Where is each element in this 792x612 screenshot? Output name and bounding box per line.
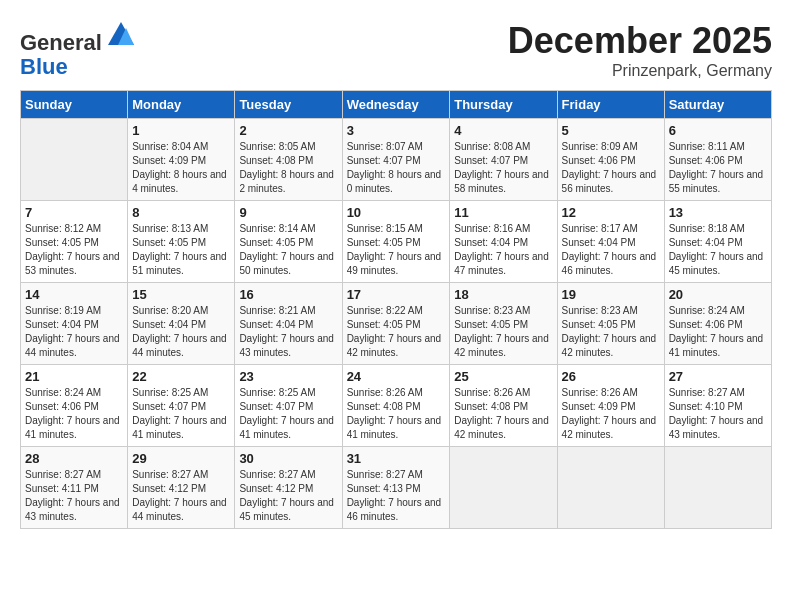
day-number: 14 (25, 287, 123, 302)
logo: General Blue (20, 20, 136, 79)
day-number: 21 (25, 369, 123, 384)
calendar-cell: 11Sunrise: 8:16 AMSunset: 4:04 PMDayligh… (450, 201, 557, 283)
day-info: Sunrise: 8:26 AMSunset: 4:08 PMDaylight:… (454, 386, 552, 442)
day-number: 30 (239, 451, 337, 466)
day-info: Sunrise: 8:23 AMSunset: 4:05 PMDaylight:… (562, 304, 660, 360)
day-number: 22 (132, 369, 230, 384)
day-number: 17 (347, 287, 446, 302)
calendar-cell: 3Sunrise: 8:07 AMSunset: 4:07 PMDaylight… (342, 119, 450, 201)
day-number: 3 (347, 123, 446, 138)
column-header-wednesday: Wednesday (342, 91, 450, 119)
day-number: 29 (132, 451, 230, 466)
day-info: Sunrise: 8:05 AMSunset: 4:08 PMDaylight:… (239, 140, 337, 196)
calendar-cell: 12Sunrise: 8:17 AMSunset: 4:04 PMDayligh… (557, 201, 664, 283)
column-header-tuesday: Tuesday (235, 91, 342, 119)
day-info: Sunrise: 8:13 AMSunset: 4:05 PMDaylight:… (132, 222, 230, 278)
day-number: 2 (239, 123, 337, 138)
calendar-table: SundayMondayTuesdayWednesdayThursdayFrid… (20, 90, 772, 529)
column-header-sunday: Sunday (21, 91, 128, 119)
day-info: Sunrise: 8:27 AMSunset: 4:13 PMDaylight:… (347, 468, 446, 524)
day-info: Sunrise: 8:24 AMSunset: 4:06 PMDaylight:… (25, 386, 123, 442)
calendar-cell: 1Sunrise: 8:04 AMSunset: 4:09 PMDaylight… (128, 119, 235, 201)
day-info: Sunrise: 8:14 AMSunset: 4:05 PMDaylight:… (239, 222, 337, 278)
calendar-header-row: SundayMondayTuesdayWednesdayThursdayFrid… (21, 91, 772, 119)
title-block: December 2025 Prinzenpark, Germany (508, 20, 772, 80)
column-header-monday: Monday (128, 91, 235, 119)
calendar-week-row: 7Sunrise: 8:12 AMSunset: 4:05 PMDaylight… (21, 201, 772, 283)
day-info: Sunrise: 8:27 AMSunset: 4:11 PMDaylight:… (25, 468, 123, 524)
day-info: Sunrise: 8:20 AMSunset: 4:04 PMDaylight:… (132, 304, 230, 360)
calendar-cell: 24Sunrise: 8:26 AMSunset: 4:08 PMDayligh… (342, 365, 450, 447)
calendar-cell: 20Sunrise: 8:24 AMSunset: 4:06 PMDayligh… (664, 283, 771, 365)
day-info: Sunrise: 8:26 AMSunset: 4:09 PMDaylight:… (562, 386, 660, 442)
day-number: 18 (454, 287, 552, 302)
day-info: Sunrise: 8:26 AMSunset: 4:08 PMDaylight:… (347, 386, 446, 442)
day-info: Sunrise: 8:04 AMSunset: 4:09 PMDaylight:… (132, 140, 230, 196)
calendar-cell: 10Sunrise: 8:15 AMSunset: 4:05 PMDayligh… (342, 201, 450, 283)
day-number: 13 (669, 205, 767, 220)
day-info: Sunrise: 8:27 AMSunset: 4:12 PMDaylight:… (132, 468, 230, 524)
calendar-cell: 8Sunrise: 8:13 AMSunset: 4:05 PMDaylight… (128, 201, 235, 283)
day-number: 23 (239, 369, 337, 384)
day-number: 27 (669, 369, 767, 384)
calendar-cell: 14Sunrise: 8:19 AMSunset: 4:04 PMDayligh… (21, 283, 128, 365)
calendar-week-row: 28Sunrise: 8:27 AMSunset: 4:11 PMDayligh… (21, 447, 772, 529)
calendar-cell: 9Sunrise: 8:14 AMSunset: 4:05 PMDaylight… (235, 201, 342, 283)
column-header-saturday: Saturday (664, 91, 771, 119)
day-number: 6 (669, 123, 767, 138)
day-info: Sunrise: 8:11 AMSunset: 4:06 PMDaylight:… (669, 140, 767, 196)
calendar-week-row: 21Sunrise: 8:24 AMSunset: 4:06 PMDayligh… (21, 365, 772, 447)
day-info: Sunrise: 8:24 AMSunset: 4:06 PMDaylight:… (669, 304, 767, 360)
day-info: Sunrise: 8:17 AMSunset: 4:04 PMDaylight:… (562, 222, 660, 278)
day-info: Sunrise: 8:15 AMSunset: 4:05 PMDaylight:… (347, 222, 446, 278)
day-number: 7 (25, 205, 123, 220)
calendar-cell: 17Sunrise: 8:22 AMSunset: 4:05 PMDayligh… (342, 283, 450, 365)
day-number: 5 (562, 123, 660, 138)
calendar-cell: 5Sunrise: 8:09 AMSunset: 4:06 PMDaylight… (557, 119, 664, 201)
day-number: 31 (347, 451, 446, 466)
calendar-cell: 2Sunrise: 8:05 AMSunset: 4:08 PMDaylight… (235, 119, 342, 201)
calendar-cell: 22Sunrise: 8:25 AMSunset: 4:07 PMDayligh… (128, 365, 235, 447)
day-info: Sunrise: 8:27 AMSunset: 4:10 PMDaylight:… (669, 386, 767, 442)
day-info: Sunrise: 8:08 AMSunset: 4:07 PMDaylight:… (454, 140, 552, 196)
day-number: 20 (669, 287, 767, 302)
day-info: Sunrise: 8:12 AMSunset: 4:05 PMDaylight:… (25, 222, 123, 278)
calendar-cell: 4Sunrise: 8:08 AMSunset: 4:07 PMDaylight… (450, 119, 557, 201)
logo-general-text: General (20, 30, 102, 55)
logo-blue-text: Blue (20, 54, 68, 79)
day-info: Sunrise: 8:21 AMSunset: 4:04 PMDaylight:… (239, 304, 337, 360)
day-number: 24 (347, 369, 446, 384)
day-number: 28 (25, 451, 123, 466)
day-info: Sunrise: 8:22 AMSunset: 4:05 PMDaylight:… (347, 304, 446, 360)
calendar-cell: 6Sunrise: 8:11 AMSunset: 4:06 PMDaylight… (664, 119, 771, 201)
day-info: Sunrise: 8:18 AMSunset: 4:04 PMDaylight:… (669, 222, 767, 278)
calendar-cell: 23Sunrise: 8:25 AMSunset: 4:07 PMDayligh… (235, 365, 342, 447)
day-number: 15 (132, 287, 230, 302)
calendar-cell: 13Sunrise: 8:18 AMSunset: 4:04 PMDayligh… (664, 201, 771, 283)
day-info: Sunrise: 8:09 AMSunset: 4:06 PMDaylight:… (562, 140, 660, 196)
calendar-cell: 31Sunrise: 8:27 AMSunset: 4:13 PMDayligh… (342, 447, 450, 529)
day-number: 25 (454, 369, 552, 384)
logo-icon (106, 20, 136, 50)
calendar-cell: 29Sunrise: 8:27 AMSunset: 4:12 PMDayligh… (128, 447, 235, 529)
day-number: 1 (132, 123, 230, 138)
day-number: 4 (454, 123, 552, 138)
calendar-week-row: 1Sunrise: 8:04 AMSunset: 4:09 PMDaylight… (21, 119, 772, 201)
day-number: 26 (562, 369, 660, 384)
calendar-cell: 28Sunrise: 8:27 AMSunset: 4:11 PMDayligh… (21, 447, 128, 529)
calendar-cell: 15Sunrise: 8:20 AMSunset: 4:04 PMDayligh… (128, 283, 235, 365)
column-header-friday: Friday (557, 91, 664, 119)
calendar-cell: 21Sunrise: 8:24 AMSunset: 4:06 PMDayligh… (21, 365, 128, 447)
calendar-cell: 26Sunrise: 8:26 AMSunset: 4:09 PMDayligh… (557, 365, 664, 447)
day-info: Sunrise: 8:25 AMSunset: 4:07 PMDaylight:… (239, 386, 337, 442)
day-number: 10 (347, 205, 446, 220)
calendar-cell: 25Sunrise: 8:26 AMSunset: 4:08 PMDayligh… (450, 365, 557, 447)
calendar-cell: 19Sunrise: 8:23 AMSunset: 4:05 PMDayligh… (557, 283, 664, 365)
calendar-cell: 27Sunrise: 8:27 AMSunset: 4:10 PMDayligh… (664, 365, 771, 447)
calendar-cell (557, 447, 664, 529)
day-number: 12 (562, 205, 660, 220)
page-header: General Blue December 2025 Prinzenpark, … (20, 20, 772, 80)
calendar-cell (664, 447, 771, 529)
calendar-cell (450, 447, 557, 529)
calendar-cell: 16Sunrise: 8:21 AMSunset: 4:04 PMDayligh… (235, 283, 342, 365)
